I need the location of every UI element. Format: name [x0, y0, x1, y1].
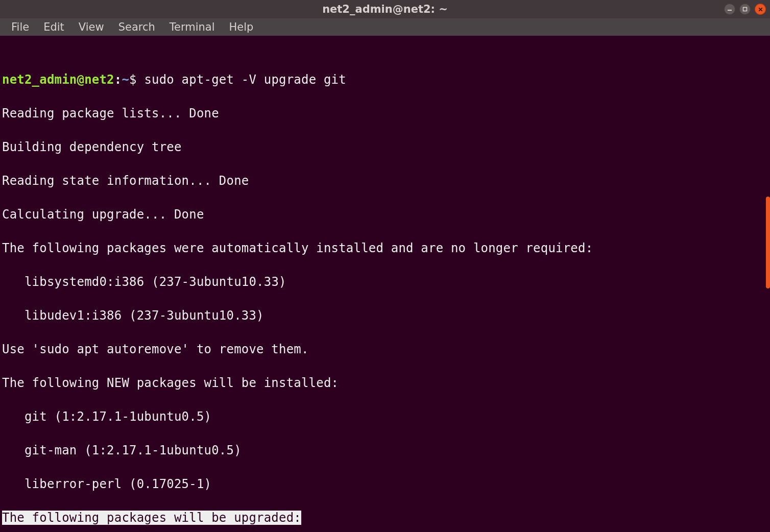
menu-terminal[interactable]: Terminal [162, 19, 222, 35]
menu-file[interactable]: File [4, 19, 36, 35]
maximize-button[interactable] [739, 4, 751, 15]
output-line: Reading state information... Done [2, 173, 768, 189]
prompt-sep: : [114, 72, 122, 87]
window-controls [724, 4, 766, 15]
output-line-highlighted: The following packages will be upgraded: [2, 510, 768, 526]
list-item: git (1:2.17.1-1ubuntu0.5) [2, 408, 768, 425]
list-item: liberror-perl (0.17025-1) [2, 476, 768, 493]
maximize-icon [742, 6, 748, 12]
minimize-icon [727, 6, 733, 12]
terminal-viewport[interactable]: net2_admin@net2:~$ sudo apt-get -V upgra… [0, 36, 770, 532]
prompt-path: ~ [122, 72, 129, 87]
list-item-text: git (1:2.17.1-1ubuntu0.5) [25, 409, 211, 424]
output-line: Calculating upgrade... Done [2, 206, 768, 223]
menu-help[interactable]: Help [222, 19, 261, 35]
close-icon [758, 7, 763, 12]
prompt-symbol: $ [129, 72, 137, 87]
titlebar: net2_admin@net2: ~ [0, 0, 770, 18]
menu-search[interactable]: Search [111, 19, 162, 35]
list-item: git-man (1:2.17.1-1ubuntu0.5) [2, 442, 768, 459]
window-title: net2_admin@net2: ~ [322, 3, 448, 15]
minimize-button[interactable] [724, 4, 735, 15]
output-line: Reading package lists... Done [2, 105, 768, 122]
list-item-text: libudev1:i386 (237-3ubuntu10.33) [25, 308, 264, 323]
output-line: Use 'sudo apt autoremove' to remove them… [2, 341, 768, 358]
list-item: libudev1:i386 (237-3ubuntu10.33) [2, 307, 768, 324]
output-line: The following NEW packages will be insta… [2, 375, 768, 392]
selection-text: The following packages will be upgraded: [2, 511, 301, 525]
menu-edit[interactable]: Edit [36, 19, 71, 35]
list-item-text: libsystemd0:i386 (237-3ubuntu10.33) [25, 275, 286, 289]
list-item-text: git-man (1:2.17.1-1ubuntu0.5) [25, 443, 242, 457]
output-line: The following packages were automaticall… [2, 240, 768, 257]
menubar: File Edit View Search Terminal Help [0, 18, 770, 36]
svg-rect-1 [743, 8, 747, 11]
close-button[interactable] [755, 4, 766, 15]
list-item-text: liberror-perl (0.17025-1) [25, 477, 211, 491]
list-item: libsystemd0:i386 (237-3ubuntu10.33) [2, 274, 768, 291]
menu-view[interactable]: View [71, 19, 111, 35]
prompt-line: net2_admin@net2:~$ sudo apt-get -V upgra… [2, 71, 768, 88]
command-text: sudo apt-get -V upgrade git [144, 72, 346, 87]
command-text [137, 72, 145, 87]
prompt-userhost: net2_admin@net2 [2, 72, 114, 87]
output-line: Building dependency tree [2, 139, 768, 156]
scrollbar-thumb[interactable] [766, 197, 770, 288]
